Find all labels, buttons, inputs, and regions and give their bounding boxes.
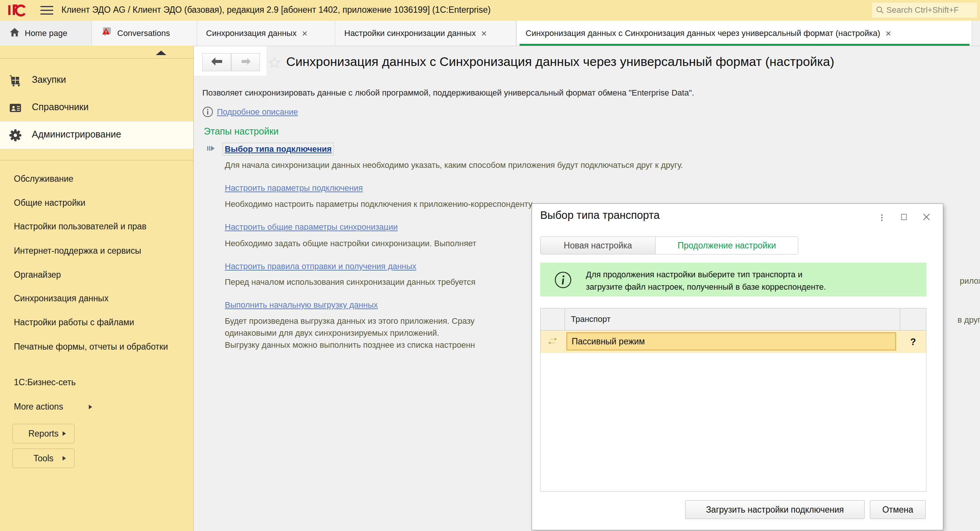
sidebar: Продажи Закупки — [0, 46, 194, 531]
dialog-tab-new-setup[interactable]: Новая настройка — [540, 236, 655, 254]
close-icon[interactable]: × — [481, 30, 487, 37]
conversations-warning-icon — [101, 26, 113, 40]
purchases-cart-icon — [9, 74, 22, 87]
row-marker-cell — [541, 330, 565, 353]
step-desc-connection-params: Необходимо настроить параметры подключен… — [225, 198, 534, 210]
back-arrow-icon — [210, 57, 223, 68]
forward-button[interactable] — [231, 53, 260, 71]
sidebar-section-label: Закупки — [32, 74, 66, 85]
step-link-connection-type[interactable]: Выбор типа подключения — [223, 143, 333, 155]
row-help-cell[interactable]: ? — [900, 330, 926, 353]
forward-arrow-icon — [239, 57, 252, 68]
content-top-divider — [194, 46, 980, 46]
chevron-right-icon — [62, 431, 66, 436]
sidebar-section-label: Администрирование — [32, 129, 121, 140]
search-input[interactable]: Search Ctrl+Shift+F — [872, 3, 977, 18]
logo-1c[interactable] — [8, 3, 26, 18]
sidebar-subitem-business-network[interactable]: 1С:Бизнес-сеть — [14, 376, 181, 388]
sidebar-subitem-internet-support[interactable]: Интернет-поддержка и сервисы — [14, 245, 181, 257]
home-icon — [9, 27, 20, 40]
tools-button[interactable]: Tools — [12, 448, 75, 468]
dialog-tab-continue-setup[interactable]: Продолжение настройки — [655, 236, 798, 254]
sidebar-divider — [0, 160, 193, 160]
load-connection-settings-button[interactable]: Загрузить настройки подключения — [685, 500, 865, 519]
page-description: Позволяет синхронизировать данные с любо… — [202, 88, 694, 98]
dialog-tab-label: Продолжение настройки — [678, 241, 776, 251]
tab-strip: Home page Conversations Синхронизация да… — [0, 21, 980, 46]
sidebar-item-purchases[interactable]: Закупки — [0, 67, 193, 94]
search-icon — [876, 6, 884, 14]
close-icon[interactable]: × — [886, 30, 891, 37]
current-step-arrow-icon — [207, 145, 215, 152]
table-header-marker-column — [541, 308, 565, 330]
table-header-transport-column[interactable]: Транспорт — [565, 308, 900, 330]
sidebar-subitem-file-settings[interactable]: Настройки работы с файлами — [14, 316, 181, 328]
sidebar-subitem-service[interactable]: Обслуживание — [14, 173, 181, 185]
transport-value: Пассивный режим — [572, 336, 645, 347]
step-desc-initial-export-line1: Будет произведена выгрузка данных из это… — [225, 315, 475, 327]
button-label: Загрузить настройки подключения — [706, 505, 844, 515]
title-bar: Клиент ЭДО AG / Клиент ЭДО (базовая), ре… — [0, 0, 980, 21]
catalogs-card-icon — [9, 102, 22, 114]
sidebar-subitem-organizer[interactable]: Органайзер — [14, 269, 181, 281]
sidebar-subitem-general-settings[interactable]: Общие настройки — [14, 197, 181, 209]
dialog-info-text: Для продолжения настройки выберите тип т… — [586, 268, 826, 293]
tab-label: Home page — [25, 29, 67, 38]
table-header-help-column — [900, 308, 926, 330]
step-link-connection-params[interactable]: Настроить параметры подключения — [225, 183, 363, 193]
tab-conversations[interactable]: Conversations — [92, 21, 197, 46]
tab-data-synchronization[interactable]: Синхронизация данных × — [197, 21, 335, 46]
step-desc-initial-export-line3: Выгрузку данных можно выполнить позднее … — [225, 339, 475, 351]
sidebar-subitem-print-forms-reports[interactable]: Печатные формы, отчеты и обработки — [14, 341, 181, 352]
tab-data-sync-settings[interactable]: Настройки синхронизации данных × — [335, 21, 516, 46]
sidebar-item-administration[interactable]: Администрирование — [0, 121, 193, 149]
tab-label: Conversations — [117, 29, 170, 38]
sales-icon — [9, 59, 22, 60]
step-desc-send-receive-rules: Перед началом использования синхронизаци… — [225, 276, 476, 288]
tools-label: Tools — [33, 453, 54, 464]
close-icon[interactable]: × — [302, 30, 307, 37]
dialog-more-menu-button[interactable] — [873, 209, 890, 226]
step-desc-initial-export-line2: одинаковыми для двух синхронизируемых пр… — [225, 327, 439, 339]
square-icon — [900, 213, 908, 222]
dialog-info-banner: Для продолжения настройки выберите тип т… — [540, 263, 926, 297]
table-row[interactable]: Пассивный режим ? — [541, 330, 926, 353]
tab-label: Синхронизация данных с Синхронизация дан… — [526, 29, 880, 38]
transport-type-dialog: Выбор типа транспорта Новая настройка Пр… — [531, 204, 943, 530]
table-header-row: Транспорт — [541, 308, 926, 330]
main-menu-icon[interactable] — [40, 6, 53, 15]
dialog-close-button[interactable] — [918, 209, 935, 226]
table-header-label: Транспорт — [571, 314, 611, 324]
sidebar-more-actions[interactable]: More actions — [14, 400, 181, 413]
dialog-info-line1: Для продолжения настройки выберите тип т… — [586, 268, 826, 281]
info-icon — [202, 107, 213, 117]
sidebar-section-label: Справочники — [32, 102, 88, 112]
transport-value-input[interactable]: Пассивный режим — [566, 332, 896, 350]
dialog-maximize-button[interactable] — [896, 209, 912, 226]
tab-label: Синхронизация данных — [206, 29, 297, 38]
step-desc-connection-type: Для начала синхронизации данных необходи… — [225, 159, 683, 171]
sidebar-subitem-data-synchronization[interactable]: Синхронизация данных — [14, 292, 181, 304]
sidebar-item-catalogs[interactable]: Справочники — [0, 94, 193, 121]
back-button[interactable] — [202, 53, 231, 71]
tab-label: Настройки синхронизации данных — [344, 29, 476, 38]
add-to-favorites-button[interactable] — [268, 56, 281, 69]
sidebar-collapse-button[interactable] — [0, 46, 193, 59]
step-link-common-params[interactable]: Настроить общие параметры синхронизации — [225, 222, 398, 232]
clipped-text-fragment: в другом — [958, 315, 980, 325]
row-transport-cell[interactable]: Пассивный режим — [565, 330, 900, 353]
step-link-send-receive-rules[interactable]: Настроить правила отправки и получения д… — [225, 262, 416, 271]
sidebar-item-sales[interactable]: Продажи — [0, 59, 193, 67]
navigation-panel — [194, 46, 266, 76]
details-link-row: Подробное описание — [202, 107, 298, 117]
dialog-tab-label: Новая настройка — [564, 241, 632, 251]
tab-home-page[interactable]: Home page — [0, 21, 92, 46]
details-link[interactable]: Подробное описание — [217, 107, 298, 117]
dots-vertical-icon — [881, 213, 883, 222]
cancel-button[interactable]: Отмена — [870, 500, 926, 519]
step-link-initial-export[interactable]: Выполнить начальную выгрузку данных — [225, 300, 378, 310]
reports-button[interactable]: Reports — [12, 424, 75, 443]
sidebar-subitem-users-and-rights[interactable]: Настройки пользователей и прав — [14, 220, 181, 232]
chevron-right-icon — [62, 456, 66, 461]
tab-data-sync-universal-format[interactable]: Синхронизация данных с Синхронизация дан… — [516, 21, 972, 46]
